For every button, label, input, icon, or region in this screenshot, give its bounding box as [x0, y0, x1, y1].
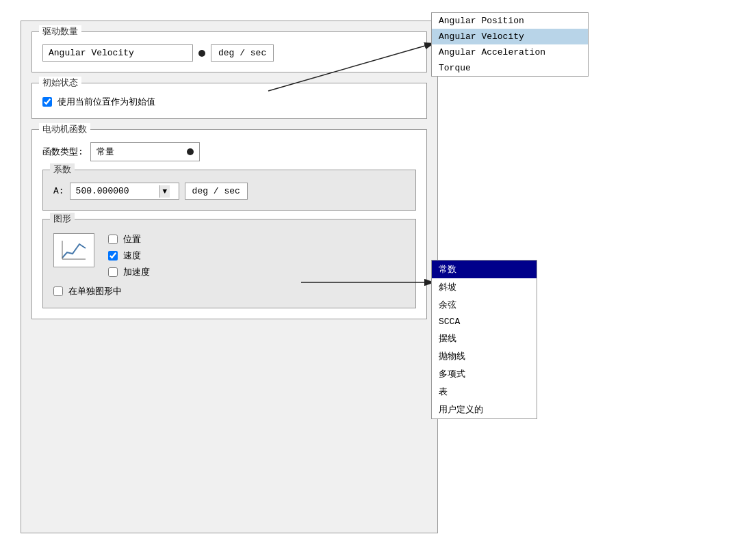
- graph-bottom-row: 在单独图形中: [53, 285, 405, 297]
- func-type-row: 函数类型: 常量: [42, 142, 416, 161]
- functype-item-cosine[interactable]: 余弦: [432, 296, 537, 314]
- func-type-dot: [187, 148, 194, 155]
- angular-item-torque[interactable]: Torque: [432, 60, 588, 76]
- drive-qty-unit: deg / sec: [211, 44, 274, 62]
- func-type-label: 函数类型:: [42, 146, 83, 158]
- angular-item-position[interactable]: Angular Position: [432, 13, 588, 29]
- check-separate-graph[interactable]: 在单独图形中: [53, 285, 122, 297]
- coeff-a-label: A:: [53, 186, 64, 196]
- check-accel-label: 加速度: [123, 266, 150, 278]
- coeff-group: 系数 A: ▼ deg / sec: [42, 170, 416, 211]
- check-position-input[interactable]: [108, 235, 118, 244]
- functype-item-scca[interactable]: SCCA: [432, 314, 537, 330]
- dropdown-angular[interactable]: Angular Position Angular Velocity Angula…: [431, 12, 589, 77]
- functype-item-polynomial[interactable]: 多项式: [432, 365, 537, 383]
- functype-item-user[interactable]: 用户定义的: [432, 401, 537, 418]
- functype-item-table[interactable]: 表: [432, 383, 537, 401]
- angular-item-acceleration[interactable]: Angular Acceleration: [432, 44, 588, 60]
- func-type-value: 常量: [96, 146, 184, 158]
- initial-state-checkbox[interactable]: [42, 97, 52, 107]
- functype-item-ramp[interactable]: 斜坡: [432, 278, 537, 296]
- functype-item-parabola[interactable]: 抛物线: [432, 347, 537, 365]
- main-panel: 驱动数量 deg / sec 初始状态 使用当前位置作为初始值 电动机函数 函数…: [21, 21, 438, 533]
- functype-item-constant[interactable]: 常数: [432, 261, 537, 278]
- coeff-a-input-wrap: ▼: [70, 183, 179, 200]
- check-separate-graph-input[interactable]: [53, 286, 63, 296]
- coeff-arrow-btn[interactable]: ▼: [159, 185, 170, 198]
- coeff-legend: 系数: [50, 163, 75, 176]
- drive-qty-group: 驱动数量 deg / sec: [31, 31, 427, 72]
- chart-icon: [60, 239, 88, 262]
- check-position[interactable]: 位置: [108, 233, 150, 245]
- check-position-label: 位置: [123, 233, 141, 245]
- coeff-a-input[interactable]: [70, 183, 159, 199]
- check-separate-graph-label: 在单独图形中: [68, 285, 122, 297]
- graph-checkboxes: 位置 速度 加速度: [108, 233, 150, 278]
- angular-item-velocity[interactable]: Angular Velocity: [432, 29, 588, 44]
- motor-func-legend: 电动机函数: [39, 123, 90, 135]
- drive-qty-input[interactable]: [42, 44, 193, 62]
- graph-group: 图形 位置 速度: [42, 219, 416, 308]
- drive-qty-legend: 驱动数量: [39, 25, 81, 38]
- drive-qty-dot: [198, 50, 205, 57]
- initial-state-group: 初始状态 使用当前位置作为初始值: [31, 83, 427, 119]
- graph-content: 位置 速度 加速度: [53, 233, 405, 278]
- check-accel-input[interactable]: [108, 267, 118, 277]
- drive-qty-row: deg / sec: [42, 44, 416, 62]
- graph-legend: 图形: [50, 213, 75, 225]
- motor-func-group: 电动机函数 函数类型: 常量 系数 A: ▼ deg / sec 图形: [31, 129, 427, 319]
- graph-icon-wrap[interactable]: [53, 233, 94, 267]
- check-accel[interactable]: 加速度: [108, 266, 150, 278]
- coeff-unit: deg / sec: [185, 183, 248, 200]
- check-velocity[interactable]: 速度: [108, 250, 150, 262]
- initial-state-legend: 初始状态: [39, 77, 81, 89]
- dropdown-functype[interactable]: 常数 斜坡 余弦 SCCA 摆线 抛物线 多项式 表 用户定义的: [431, 260, 537, 419]
- initial-state-row: 使用当前位置作为初始值: [42, 96, 416, 108]
- func-type-input[interactable]: 常量: [90, 142, 200, 161]
- check-velocity-label: 速度: [123, 250, 141, 262]
- coeff-row: A: ▼ deg / sec: [53, 183, 405, 200]
- initial-state-label: 使用当前位置作为初始值: [57, 96, 155, 108]
- check-velocity-input[interactable]: [108, 251, 118, 261]
- functype-item-cycloid[interactable]: 摆线: [432, 330, 537, 347]
